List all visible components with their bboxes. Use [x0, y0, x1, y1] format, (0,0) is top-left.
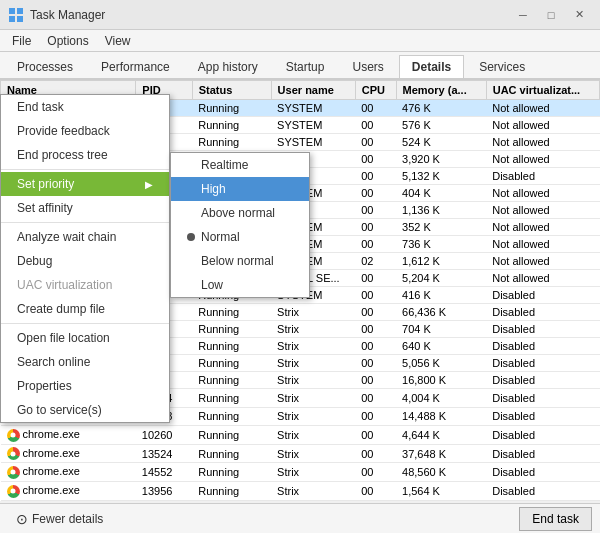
col-status[interactable]: Status [192, 81, 271, 100]
cell-user: Strix [271, 355, 355, 372]
pri-realtime[interactable]: Realtime [171, 153, 309, 177]
cell-uac: Not allowed [486, 117, 599, 134]
cell-memory: 3,920 K [396, 151, 486, 168]
cell-memory: 704 K [396, 321, 486, 338]
cell-uac: Not allowed [486, 185, 599, 202]
cell-cpu: 00 [355, 481, 396, 500]
cell-uac: Not allowed [486, 151, 599, 168]
cell-memory: 66,436 K [396, 304, 486, 321]
cell-cpu: 00 [355, 407, 396, 426]
ctx-set-priority[interactable]: Set priority ▶ [1, 172, 169, 196]
menu-options[interactable]: Options [39, 32, 96, 50]
cell-pid: 13956 [136, 481, 192, 500]
close-button[interactable]: ✕ [566, 5, 592, 25]
cell-cpu: 00 [355, 463, 396, 482]
cell-status: Running [192, 355, 271, 372]
cell-cpu: 00 [355, 168, 396, 185]
maximize-button[interactable]: □ [538, 5, 564, 25]
cell-status: Running [192, 321, 271, 338]
tab-users[interactable]: Users [339, 55, 396, 78]
tab-performance[interactable]: Performance [88, 55, 183, 78]
cell-name: chrome.exe [1, 481, 136, 500]
cell-memory: 1,564 K [396, 481, 486, 500]
col-memory[interactable]: Memory (a... [396, 81, 486, 100]
cell-cpu: 00 [355, 219, 396, 236]
pri-normal[interactable]: Normal [171, 225, 309, 249]
col-uac[interactable]: UAC virtualizat... [486, 81, 599, 100]
minimize-button[interactable]: ─ [510, 5, 536, 25]
pri-low[interactable]: Low [171, 273, 309, 297]
tab-startup[interactable]: Startup [273, 55, 338, 78]
ctx-end-process-tree[interactable]: End process tree [1, 143, 169, 167]
cell-user: SYSTEM [271, 100, 355, 117]
chrome-icon [7, 485, 20, 498]
cell-cpu: 02 [355, 253, 396, 270]
cell-uac: Not allowed [486, 253, 599, 270]
menu-view[interactable]: View [97, 32, 139, 50]
ctx-sep-1 [1, 169, 169, 170]
cell-status: Running [192, 372, 271, 389]
cell-status: Running [192, 407, 271, 426]
tab-details[interactable]: Details [399, 55, 464, 78]
ctx-debug[interactable]: Debug [1, 249, 169, 273]
cell-user: Strix [271, 338, 355, 355]
cell-memory: 5,056 K [396, 355, 486, 372]
cell-uac: Disabled [486, 321, 599, 338]
cell-user: Strix [271, 463, 355, 482]
tab-app-history[interactable]: App history [185, 55, 271, 78]
end-task-button[interactable]: End task [519, 507, 592, 531]
tabs-bar: Processes Performance App history Startu… [0, 52, 600, 80]
cell-uac: Disabled [486, 444, 599, 463]
table-row[interactable]: chrome.exe10260RunningStrix004,644 KDisa… [1, 426, 600, 445]
ctx-end-task[interactable]: End task [1, 95, 169, 119]
cell-cpu: 00 [355, 304, 396, 321]
ctx-search-online[interactable]: Search online [1, 350, 169, 374]
col-username[interactable]: User name [271, 81, 355, 100]
ctx-go-to-services[interactable]: Go to service(s) [1, 398, 169, 422]
cell-cpu: 00 [355, 426, 396, 445]
col-cpu[interactable]: CPU [355, 81, 396, 100]
cell-uac: Not allowed [486, 202, 599, 219]
cell-status: Running [192, 389, 271, 408]
cell-uac: Disabled [486, 355, 599, 372]
cell-uac: Disabled [486, 287, 599, 304]
cell-cpu: 00 [355, 270, 396, 287]
pri-dot-low [187, 281, 195, 289]
cell-cpu: 00 [355, 287, 396, 304]
tab-services[interactable]: Services [466, 55, 538, 78]
ctx-create-dump[interactable]: Create dump file [1, 297, 169, 321]
pri-above-normal[interactable]: Above normal [171, 201, 309, 225]
pri-below-normal[interactable]: Below normal [171, 249, 309, 273]
cell-status: Running [192, 463, 271, 482]
cell-status: Running [192, 444, 271, 463]
tab-processes[interactable]: Processes [4, 55, 86, 78]
pri-high[interactable]: High [171, 177, 309, 201]
chrome-icon [7, 466, 20, 479]
cell-user: Strix [271, 372, 355, 389]
ctx-analyze-wait[interactable]: Analyze wait chain [1, 225, 169, 249]
menu-file[interactable]: File [4, 32, 39, 50]
cell-uac: Disabled [486, 168, 599, 185]
fewer-details-button[interactable]: ⊙ Fewer details [8, 507, 111, 531]
ctx-open-file-location[interactable]: Open file location [1, 326, 169, 350]
cell-pid: 13524 [136, 444, 192, 463]
ctx-properties[interactable]: Properties [1, 374, 169, 398]
cell-cpu: 00 [355, 321, 396, 338]
cell-user: SYSTEM [271, 117, 355, 134]
ctx-set-affinity[interactable]: Set affinity [1, 196, 169, 220]
table-row[interactable]: chrome.exe13956RunningStrix001,564 KDisa… [1, 481, 600, 500]
cell-uac: Not allowed [486, 134, 599, 151]
table-row[interactable]: chrome.exe14552RunningStrix0048,560 KDis… [1, 463, 600, 482]
table-row[interactable]: chrome.exe13524RunningStrix0037,648 KDis… [1, 444, 600, 463]
cell-uac: Not allowed [486, 219, 599, 236]
cell-user: Strix [271, 444, 355, 463]
svg-rect-3 [17, 16, 23, 22]
cell-cpu: 00 [355, 151, 396, 168]
main-area: End task Provide feedback End process tr… [0, 80, 600, 503]
cell-uac: Disabled [486, 304, 599, 321]
cell-pid: 14552 [136, 463, 192, 482]
cell-memory: 37,648 K [396, 444, 486, 463]
ctx-provide-feedback[interactable]: Provide feedback [1, 119, 169, 143]
svg-rect-1 [17, 8, 23, 14]
cell-memory: 4,644 K [396, 426, 486, 445]
